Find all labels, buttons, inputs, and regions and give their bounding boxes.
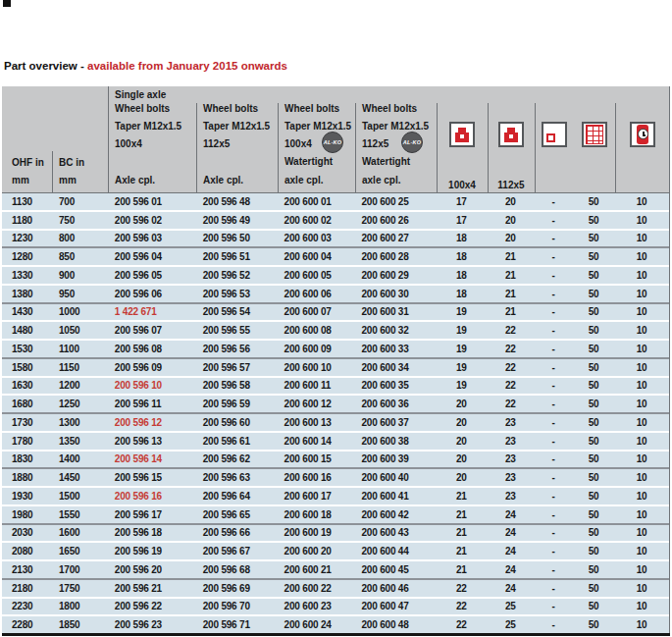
table-cell: 200 596 66 bbox=[196, 527, 278, 538]
table-cell: 1850 bbox=[52, 619, 108, 630]
table-cell: 2130 bbox=[2, 564, 52, 575]
table-cell: 22 bbox=[487, 380, 534, 391]
table-cell: 200 600 47 bbox=[355, 601, 437, 611]
table-cell: 50 bbox=[573, 453, 614, 464]
table-cell: - bbox=[534, 527, 573, 538]
table-cell: 200 596 07 bbox=[108, 325, 196, 336]
table-row: 1230800200 596 03200 596 50200 600 03200… bbox=[2, 231, 669, 249]
table-row: 16301200200 596 10200 596 58200 600 1120… bbox=[2, 378, 669, 397]
table-cell: 1480 bbox=[2, 325, 52, 336]
table-cell: 50 bbox=[573, 306, 614, 317]
table-header: Single axle OHF in mm BC in mm Wheel bol… bbox=[2, 86, 670, 193]
table-cell: 23 bbox=[487, 417, 534, 428]
table-cell: 200 596 64 bbox=[196, 491, 278, 502]
table-cell: 200 596 69 bbox=[196, 583, 278, 594]
table-cell: 200 596 54 bbox=[196, 306, 278, 317]
table-cell: 200 600 35 bbox=[355, 380, 437, 391]
table-cell: 22 bbox=[487, 325, 534, 336]
table-row: 1130700200 596 01200 596 48200 600 01200… bbox=[2, 193, 669, 212]
table-cell: 200 596 04 bbox=[108, 251, 196, 262]
table-row: 20801650200 596 19200 596 67200 600 2020… bbox=[2, 543, 669, 561]
table-cell: 50 bbox=[573, 527, 614, 538]
table-cell: 10 bbox=[614, 344, 669, 354]
table-cell: 200 600 48 bbox=[355, 619, 437, 630]
table-cell: 200 600 36 bbox=[355, 398, 437, 409]
table-cell: 950 bbox=[52, 289, 108, 299]
header-divider bbox=[355, 103, 356, 193]
table-cell: 20 bbox=[436, 436, 487, 447]
catalog-page: Part overview - available from January 2… bbox=[0, 0, 672, 637]
table-cell: 200 600 26 bbox=[355, 215, 437, 226]
table-cell: 1500 bbox=[52, 491, 108, 502]
header-weight-112x5: 112x5 bbox=[488, 86, 535, 193]
table-cell: 200 600 08 bbox=[278, 325, 355, 336]
header-divider bbox=[278, 103, 279, 193]
table-cell: 21 bbox=[436, 564, 487, 575]
table-cell: 1300 bbox=[52, 417, 108, 428]
table-cell: 200 596 55 bbox=[196, 325, 278, 336]
header-axle-112x5-bottom: Axle cpl. bbox=[203, 172, 243, 189]
table-cell: 200 596 68 bbox=[196, 564, 278, 575]
table-cell: 50 bbox=[573, 215, 614, 226]
table-cell: 200 600 18 bbox=[278, 509, 355, 520]
table-cell: 22 bbox=[487, 398, 534, 409]
table-cell: 200 600 10 bbox=[278, 362, 355, 373]
table-cell: 50 bbox=[573, 564, 614, 575]
table-cell: 200 596 49 bbox=[196, 215, 278, 226]
table-cell: 1750 bbox=[52, 583, 108, 594]
table-cell: 17 bbox=[436, 215, 487, 226]
table-cell: 200 600 03 bbox=[278, 233, 355, 243]
table-cell: 1880 bbox=[2, 472, 52, 483]
table-row: 18301400200 596 14200 596 62200 600 1520… bbox=[2, 451, 669, 470]
corner-mark bbox=[3, 0, 11, 7]
table-cell: 10 bbox=[614, 619, 669, 630]
header-axle-112x5: Wheel bolts Taper M12x1.5 112x5 bbox=[203, 100, 270, 153]
table-cell: 200 596 58 bbox=[196, 380, 278, 391]
table-cell: 50 bbox=[573, 583, 614, 594]
table-row: 20301600200 596 18200 596 66200 600 1920… bbox=[2, 525, 669, 544]
header-divider bbox=[196, 103, 197, 193]
table-cell: 10 bbox=[614, 472, 669, 483]
table-cell: 200 596 06 bbox=[108, 289, 196, 299]
table-row: 1380950200 596 06200 596 53200 600 06200… bbox=[2, 286, 669, 304]
table-cell: 200 596 15 bbox=[108, 472, 196, 483]
header-divider bbox=[615, 103, 616, 193]
table-cell: 200 600 19 bbox=[278, 527, 355, 538]
table-cell: 1730 bbox=[2, 417, 52, 428]
table-cell: 200 596 09 bbox=[108, 362, 196, 373]
table-cell: 22 bbox=[436, 583, 487, 594]
table-cell: 200 600 39 bbox=[355, 453, 437, 464]
table-cell: 50 bbox=[573, 509, 614, 520]
table-cell: 200 596 02 bbox=[108, 215, 196, 226]
table-row: 22301800200 596 22200 596 70200 600 2320… bbox=[2, 599, 669, 617]
table-cell: 900 bbox=[52, 270, 108, 281]
table-cell: 20 bbox=[487, 233, 534, 243]
table-cell: 50 bbox=[573, 233, 614, 243]
table-cell: 200 596 13 bbox=[108, 436, 196, 447]
table-cell: 19 bbox=[436, 325, 487, 336]
header-axle-100x4-bottom: Axle cpl. bbox=[115, 172, 155, 189]
table-cell: 50 bbox=[573, 270, 614, 281]
header-divider bbox=[535, 103, 536, 193]
table-cell: 10 bbox=[614, 527, 669, 538]
table-cell: 1780 bbox=[2, 436, 52, 447]
table-cell: 200 600 22 bbox=[278, 583, 355, 594]
table-cell: 1980 bbox=[2, 509, 52, 520]
table-row: 15801150200 596 09200 596 57200 600 1020… bbox=[2, 359, 669, 378]
table-cell: 10 bbox=[614, 453, 669, 464]
table-cell: 24 bbox=[487, 583, 534, 594]
table-cell: 50 bbox=[573, 344, 614, 354]
table-cell: 1700 bbox=[52, 564, 108, 575]
table-cell: 22 bbox=[487, 344, 534, 354]
table-cell: - bbox=[534, 362, 573, 373]
table-cell: 200 600 46 bbox=[355, 583, 437, 594]
table-cell: 18 bbox=[436, 270, 487, 281]
table-cell: - bbox=[534, 289, 573, 299]
table-cell: 22 bbox=[436, 619, 487, 630]
table-cell: 200 600 44 bbox=[355, 546, 437, 557]
table-cell: 18 bbox=[436, 233, 487, 243]
table-cell: 200 600 27 bbox=[355, 233, 437, 243]
table-cell: 200 596 23 bbox=[108, 619, 196, 630]
stopwatch-icon bbox=[630, 122, 655, 147]
table-cell: 200 596 11 bbox=[108, 398, 196, 409]
